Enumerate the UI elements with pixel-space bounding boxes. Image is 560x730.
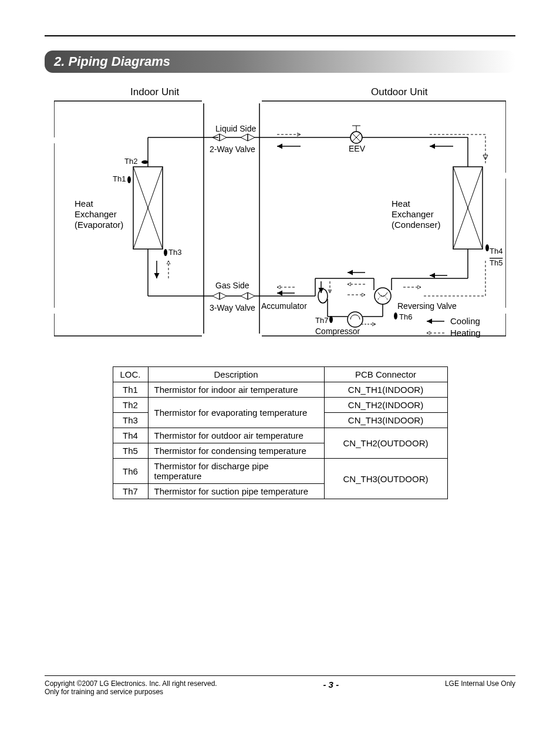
svg-point-35 [127, 176, 131, 183]
footer-right: LGE Internal Use Only [445, 679, 515, 688]
th-pcb: PCB Connector [324, 367, 447, 382]
label-3way-valve: 3-Way Valve [210, 303, 255, 312]
svg-point-55 [394, 312, 397, 319]
label-indoor-unit: Indoor Unit [130, 86, 179, 97]
svg-text:(Condenser): (Condenser) [392, 220, 440, 230]
page-footer: Copyright ©2007 LG Electronics. Inc. All… [45, 679, 515, 696]
svg-point-44 [375, 288, 391, 304]
svg-rect-6 [258, 100, 262, 103]
label-reversing-valve: Reversing Valve [397, 301, 457, 311]
legend-heating: Heating [450, 328, 481, 338]
table-row: Th4 Thermistor for outdoor air temperatu… [113, 428, 447, 443]
label-th4: Th4 [490, 247, 502, 255]
label-th5: Th5 [490, 258, 502, 267]
reversing-valve-icon [375, 288, 391, 304]
label-th7: Th7 [315, 316, 328, 325]
label-condenser: Heat [392, 199, 411, 208]
th-desc: Description [148, 367, 324, 382]
accumulator-icon [318, 289, 328, 303]
svg-rect-7 [258, 334, 262, 337]
section-title: 2. Piping Diagrams [45, 51, 515, 73]
svg-rect-9 [504, 308, 506, 314]
label-outdoor-unit: Outdoor Unit [371, 86, 428, 97]
table-row: Th1 Thermistor for indoor air temperatur… [113, 382, 447, 398]
svg-rect-1 [259, 101, 506, 336]
svg-rect-2 [54, 137, 56, 143]
svg-point-52 [348, 312, 363, 327]
label-th1: Th1 [113, 174, 126, 183]
svg-rect-8 [504, 173, 506, 179]
footer-note: Only for training and service purposes [45, 688, 217, 696]
label-compressor: Compressor [315, 327, 360, 336]
piping-diagram: Indoor Unit Outdoor Unit Heat Exchanger … [45, 85, 515, 343]
svg-rect-5 [202, 334, 205, 337]
label-th2: Th2 [124, 157, 137, 166]
footer-copyright: Copyright ©2007 LG Electronics. Inc. All… [45, 679, 217, 688]
svg-text:Exchanger: Exchanger [75, 209, 117, 219]
svg-rect-3 [54, 308, 56, 314]
svg-point-36 [164, 249, 167, 256]
label-evaporator: Heat [75, 199, 94, 208]
label-gas-side: Gas Side [215, 281, 249, 290]
label-eev: EEV [349, 144, 366, 153]
eev-icon [350, 126, 362, 143]
table-header-row: LOC. Description PCB Connector [113, 367, 447, 382]
compressor-icon [348, 312, 363, 327]
svg-rect-4 [202, 100, 205, 103]
page-number: - 3 - [323, 679, 339, 689]
svg-text:(Evaporator): (Evaporator) [75, 220, 123, 230]
svg-point-34 [141, 160, 149, 164]
th-loc: LOC. [113, 367, 148, 382]
label-liquid-side: Liquid Side [215, 124, 256, 133]
table-row: Th6 Thermistor for discharge pipe temper… [113, 459, 447, 484]
label-th6: Th6 [399, 312, 412, 321]
svg-text:Exchanger: Exchanger [392, 209, 434, 219]
label-accumulator: Accumulator [261, 301, 307, 311]
table-row: Th2 Thermistor for evaporating temperatu… [113, 398, 447, 413]
label-2way-valve: 2-Way Valve [210, 144, 255, 154]
thermistor-table: LOC. Description PCB Connector Th1 Therm… [113, 366, 448, 499]
svg-point-37 [485, 244, 489, 251]
legend-cooling: Cooling [450, 316, 480, 326]
svg-point-56 [329, 316, 333, 323]
label-th3: Th3 [168, 248, 181, 257]
